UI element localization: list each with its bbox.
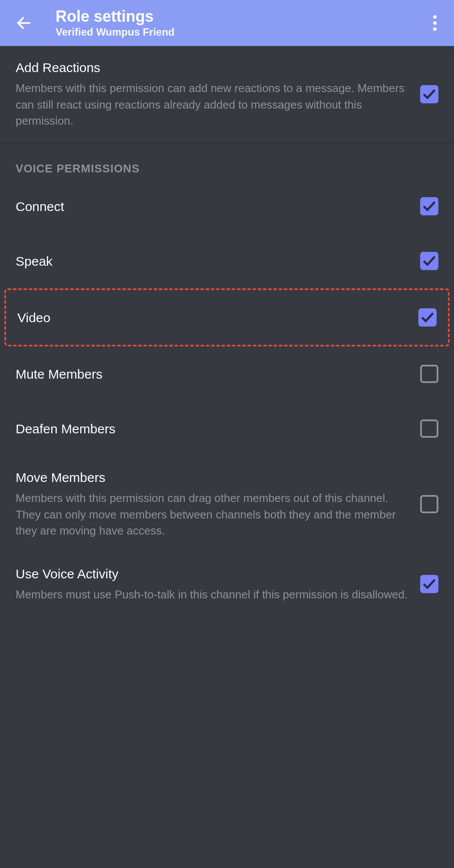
checkbox-add-reactions[interactable] [420,85,438,103]
more-options-button[interactable] [426,12,444,34]
page-title: Role settings [56,8,426,25]
highlight-annotation: Video [4,288,450,347]
permission-text: Move Members Members with this permissio… [16,469,420,539]
page-subtitle: Verified Wumpus Friend [56,26,426,38]
check-icon [420,310,435,325]
permission-mute-members[interactable]: Mute Members [0,347,454,401]
checkbox-video[interactable] [418,308,437,327]
back-button[interactable] [13,12,35,34]
permission-text: Use Voice Activity Members must use Push… [16,565,420,603]
permission-connect[interactable]: Connect [0,179,454,234]
check-icon [422,87,437,102]
check-icon [422,199,437,214]
permission-title: Move Members [16,469,410,486]
voice-permissions-header: VOICE PERMISSIONS [0,143,454,179]
header-title-block: Role settings Verified Wumpus Friend [56,8,426,38]
permission-title: Mute Members [16,366,420,383]
permission-speak[interactable]: Speak [0,234,454,288]
checkbox-use-voice-activity[interactable] [420,575,438,593]
header-bar: Role settings Verified Wumpus Friend [0,0,454,46]
permission-title: Speak [16,253,420,270]
permission-text: Add Reactions Members with this permissi… [16,59,420,129]
arrow-left-icon [15,14,33,32]
permission-use-voice-activity[interactable]: Use Voice Activity Members must use Push… [0,552,454,616]
check-icon [422,577,437,591]
permission-title: Connect [16,198,420,215]
permission-video[interactable]: Video [6,290,448,345]
permission-move-members[interactable]: Move Members Members with this permissio… [0,456,454,552]
permission-add-reactions[interactable]: Add Reactions Members with this permissi… [0,46,454,142]
permission-description: Members with this permission can add new… [16,80,410,129]
kebab-dot-icon [433,27,437,31]
permission-title: Deafen Members [16,420,420,437]
permission-title: Add Reactions [16,59,410,76]
permission-description: Members must use Push-to-talk in this ch… [16,587,410,603]
permission-description: Members with this permission can drag ot… [16,490,410,539]
checkbox-connect[interactable] [420,197,438,215]
kebab-dot-icon [433,21,437,25]
kebab-dot-icon [433,15,437,19]
checkbox-mute-members[interactable] [420,365,438,383]
permission-deafen-members[interactable]: Deafen Members [0,401,454,456]
check-icon [422,254,437,268]
permission-title: Use Voice Activity [16,565,410,582]
checkbox-move-members[interactable] [420,495,438,513]
permissions-section: Add Reactions Members with this permissi… [0,46,454,616]
permission-title: Video [17,309,418,326]
checkbox-deafen-members[interactable] [420,419,438,438]
checkbox-speak[interactable] [420,252,438,270]
